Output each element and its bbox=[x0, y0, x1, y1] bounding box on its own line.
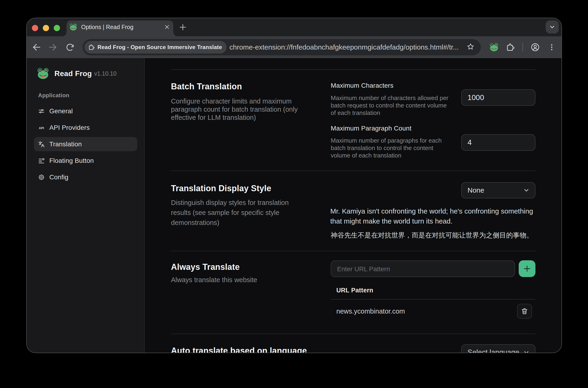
url-text: chrome-extension://fnfedoabnchafgkeeponm… bbox=[229, 43, 466, 51]
brand-name: Read Frog bbox=[54, 69, 92, 78]
svg-text:API: API bbox=[39, 126, 44, 130]
brand-version: v1.10.10 bbox=[94, 70, 117, 77]
sample-text-en: Mr. Kamiya isn't confronting the world; … bbox=[330, 206, 540, 226]
divider bbox=[171, 334, 535, 334]
display-style-select[interactable]: None bbox=[461, 182, 535, 198]
always-translate-title: Always Translate bbox=[171, 262, 239, 272]
max-paragraph-label: Maximum Paragraph Count bbox=[331, 124, 411, 132]
browser-tab[interactable]: Options | Read Frog bbox=[67, 21, 173, 36]
sidebar-item-translation[interactable]: Translation bbox=[34, 137, 137, 151]
add-url-pattern-button[interactable] bbox=[519, 260, 535, 277]
bookmark-star-icon[interactable] bbox=[466, 43, 475, 52]
tab-close-icon[interactable] bbox=[164, 24, 170, 30]
batch-translation-title: Batch Translation bbox=[171, 82, 242, 91]
display-style-desc: Distinguish display styles for translati… bbox=[171, 198, 289, 228]
max-characters-desc: Maximum number of characters allowed per… bbox=[331, 94, 448, 117]
sidebar-item-api-providers[interactable]: API API Providers bbox=[34, 121, 137, 135]
sidebar-item-floating-button[interactable]: Floating Button bbox=[34, 153, 137, 168]
page-content: Read Frog v1.10.10 Application General A… bbox=[26, 58, 562, 353]
site-chip-label: Read Frog - Open Source Immersive Transl… bbox=[97, 44, 222, 50]
sidebar-nav: General API API Providers Translation Fl… bbox=[34, 104, 137, 187]
url-pattern-column-header: URL Pattern bbox=[336, 286, 373, 294]
display-style-title: Translation Display Style bbox=[171, 184, 271, 193]
forward-button[interactable] bbox=[46, 40, 60, 54]
plus-icon bbox=[522, 264, 532, 273]
divider bbox=[171, 170, 535, 171]
omnibox[interactable]: Read Frog - Open Source Immersive Transl… bbox=[83, 39, 481, 55]
window-chevron-button[interactable] bbox=[546, 21, 559, 33]
tab-strip: Options | Read Frog bbox=[26, 18, 562, 36]
brand: Read Frog v1.10.10 bbox=[37, 68, 117, 80]
always-translate-desc: Always translate this website bbox=[171, 276, 257, 284]
floating-button-icon bbox=[38, 157, 45, 164]
tab-title: Options | Read Frog bbox=[81, 24, 164, 30]
tab-favicon-frog-icon bbox=[69, 23, 77, 31]
divider bbox=[171, 69, 535, 70]
browser-window: Options | Read Frog Read Frog - Open Sou… bbox=[26, 18, 562, 353]
url-pattern-row: news.ycombinator.com bbox=[336, 307, 405, 315]
chevron-down-icon bbox=[523, 187, 530, 194]
auto-translate-title: Auto translate based on language bbox=[171, 346, 307, 353]
api-icon: API bbox=[38, 124, 45, 131]
sidebar-item-general[interactable]: General bbox=[34, 104, 137, 118]
sidebar: Read Frog v1.10.10 Application General A… bbox=[26, 58, 145, 353]
max-paragraph-input[interactable] bbox=[461, 134, 535, 151]
new-tab-button[interactable] bbox=[178, 23, 188, 32]
browser-menu-kebab-icon[interactable] bbox=[547, 43, 556, 51]
sidebar-item-config[interactable]: Config bbox=[34, 170, 137, 184]
auto-translate-language-select[interactable]: Select language bbox=[461, 344, 535, 353]
site-info-chip[interactable]: Read Frog - Open Source Immersive Transl… bbox=[84, 41, 227, 53]
sliders-icon bbox=[38, 108, 45, 115]
toolbar-separator bbox=[522, 43, 523, 51]
back-button[interactable] bbox=[29, 40, 44, 54]
traffic-light-close[interactable] bbox=[32, 25, 38, 31]
max-characters-label: Maximum Characters bbox=[331, 82, 394, 90]
readfrog-extension-icon[interactable] bbox=[489, 43, 499, 52]
max-characters-input[interactable] bbox=[461, 89, 535, 106]
reload-button[interactable] bbox=[63, 40, 77, 54]
sample-text-zh: 神谷先生不是在对抗世界，而是在对抗可能让世界为之侧目的事物。 bbox=[331, 231, 533, 240]
sidebar-section-label: Application bbox=[38, 92, 69, 99]
profile-avatar-icon[interactable] bbox=[531, 43, 540, 52]
extension-puzzle-icon bbox=[88, 44, 95, 50]
traffic-light-minimize[interactable] bbox=[43, 25, 49, 31]
browser-toolbar: Read Frog - Open Source Immersive Transl… bbox=[26, 36, 562, 58]
chevron-down-icon bbox=[523, 349, 530, 353]
url-pattern-input[interactable] bbox=[331, 261, 515, 277]
gear-icon bbox=[38, 174, 45, 180]
extensions-menu-icon[interactable] bbox=[506, 43, 515, 52]
translate-icon bbox=[38, 141, 45, 147]
readfrog-logo-icon bbox=[37, 68, 49, 80]
table-header-divider bbox=[331, 299, 535, 300]
delete-url-pattern-button[interactable] bbox=[517, 304, 532, 319]
traffic-light-zoom[interactable] bbox=[54, 25, 60, 31]
batch-translation-desc: Configure character limits and maximum p… bbox=[171, 97, 298, 122]
settings-main: Batch Translation Configure character li… bbox=[145, 58, 562, 353]
trash-icon bbox=[521, 308, 528, 315]
divider bbox=[171, 251, 535, 251]
max-paragraph-desc: Maximum number of paragraphs for each ba… bbox=[331, 137, 442, 159]
